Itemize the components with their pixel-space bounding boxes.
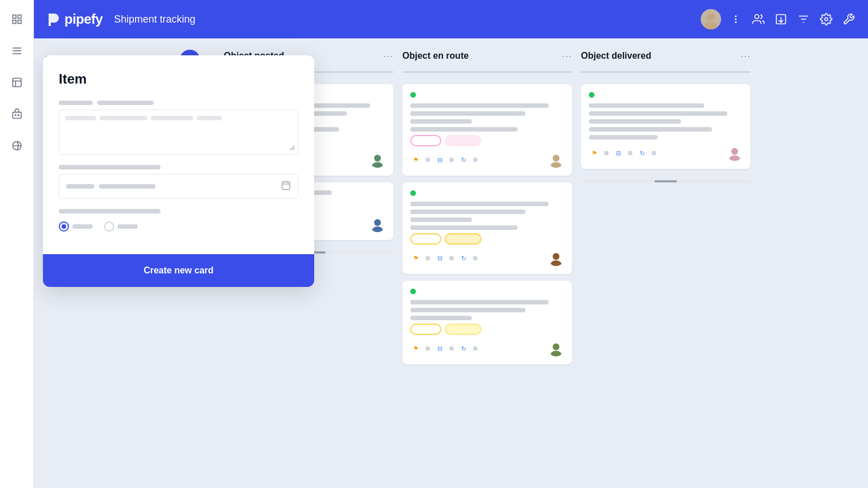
radio-btn-selected[interactable] <box>59 221 69 232</box>
svg-point-22 <box>824 18 828 21</box>
members-icon[interactable] <box>750 11 766 27</box>
calendar-icon[interactable] <box>281 180 291 193</box>
sidebar-item-list[interactable] <box>7 41 27 61</box>
radio-option-1-label <box>72 224 93 229</box>
svg-point-19 <box>735 21 737 23</box>
field1-label <box>59 101 298 105</box>
field2-label <box>59 165 298 169</box>
modal-title: Item <box>59 71 298 87</box>
create-card-button[interactable]: Create new card <box>43 254 314 287</box>
date-picker-field[interactable] <box>59 174 298 199</box>
field-label-line-1 <box>59 101 93 105</box>
svg-rect-1 <box>18 15 21 19</box>
textarea-line <box>151 116 193 120</box>
field2-label-line <box>59 165 160 169</box>
svg-rect-14 <box>49 23 51 26</box>
svg-point-20 <box>755 15 759 19</box>
svg-point-17 <box>735 15 737 17</box>
sidebar <box>0 0 34 488</box>
textarea-placeholder-row <box>65 116 292 120</box>
filter-icon[interactable] <box>796 11 811 27</box>
svg-rect-0 <box>12 15 16 19</box>
svg-rect-7 <box>12 79 21 87</box>
sidebar-item-grid[interactable] <box>7 9 27 29</box>
radio-option-1[interactable] <box>59 221 93 232</box>
import-icon[interactable] <box>773 11 789 27</box>
date-placeholder-1 <box>66 184 94 189</box>
field-label-line-2 <box>97 101 154 105</box>
radio-option-2-label <box>118 224 138 229</box>
svg-rect-2 <box>12 20 16 24</box>
header: pipefy Shipment tracking <box>34 0 868 38</box>
logo-text: pipefy <box>64 11 103 27</box>
svg-point-12 <box>18 115 19 116</box>
radio-option-2[interactable] <box>104 221 138 232</box>
header-left: pipefy Shipment tracking <box>45 11 196 27</box>
logo: pipefy <box>45 11 103 27</box>
radio-btn-inner <box>62 224 66 229</box>
svg-rect-10 <box>12 112 21 119</box>
svg-rect-3 <box>18 20 21 24</box>
header-right <box>701 9 857 29</box>
main-area: pipefy Shipment tracking <box>34 0 868 488</box>
wrench-icon[interactable] <box>841 11 857 27</box>
radio-field-section <box>59 209 298 232</box>
radio-options-row <box>59 221 298 232</box>
item-textarea[interactable]: ◢ <box>59 110 298 155</box>
svg-point-18 <box>735 19 737 20</box>
settings-icon[interactable] <box>818 11 834 27</box>
resize-handle: ◢ <box>289 143 294 151</box>
create-card-label: Create new card <box>144 265 214 276</box>
date-placeholder-2 <box>99 184 155 189</box>
textarea-line <box>197 116 222 120</box>
kanban-board: Package details + ⋯ ⚑ <box>34 38 868 488</box>
pipefy-logo-icon <box>45 11 61 27</box>
sidebar-item-layout[interactable] <box>7 72 27 93</box>
textarea-line <box>99 116 147 120</box>
date-field-left <box>66 184 155 189</box>
svg-point-16 <box>704 22 718 29</box>
sidebar-item-globe[interactable] <box>7 136 27 156</box>
svg-point-15 <box>707 13 715 21</box>
radio-btn-empty[interactable] <box>104 221 114 232</box>
modal-overlay: Item ◢ <box>34 38 868 488</box>
sidebar-item-bot[interactable] <box>7 104 27 124</box>
textarea-line <box>65 116 96 120</box>
modal-body: Item ◢ <box>43 55 314 254</box>
svg-point-11 <box>15 115 16 116</box>
create-card-modal: Item ◢ <box>43 55 314 287</box>
svg-rect-37 <box>282 182 290 190</box>
radio-label-line <box>59 209 160 213</box>
more-options-icon[interactable] <box>728 11 744 27</box>
header-title: Shipment tracking <box>114 14 196 25</box>
avatar <box>701 9 721 29</box>
